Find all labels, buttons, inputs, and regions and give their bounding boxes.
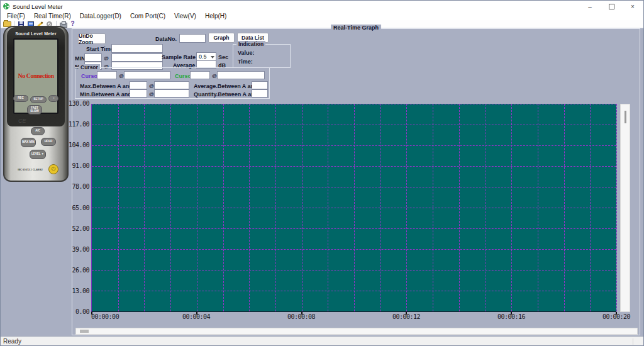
status-text: Ready (3, 338, 21, 345)
panel-title: Real-Time Graph (331, 25, 381, 31)
graph-button[interactable]: Graph (208, 33, 235, 43)
chart-horizontal-gridline (92, 228, 616, 229)
chart-horizontal-gridline (92, 166, 616, 167)
y-axis-tick-label: 13.00 (72, 287, 89, 294)
y-axis-tick-label: 65.00 (72, 204, 89, 211)
cursor-title: Cursor (79, 64, 100, 70)
menu-real-time[interactable]: Real Time(R) (30, 13, 75, 20)
x-axis-tick-label: 00:00:00 (91, 313, 119, 320)
device-setup-button: SETUP (30, 96, 47, 103)
max-between-value-field[interactable] (130, 81, 147, 89)
device-ac-button: A/C (31, 127, 45, 135)
y-axis-tick-label: 78.00 (72, 183, 89, 190)
chart-horizontal-gridline (92, 291, 616, 291)
vertical-scrollbar[interactable] (620, 104, 630, 312)
min-between-at-label: @ (149, 91, 154, 97)
device-rec-button: REC (13, 95, 28, 102)
min-at-label: @ (104, 55, 109, 61)
indication-value-label: Value: (238, 50, 255, 56)
chart-x-axis: 00:00:0000:00:0400:00:0800:00:1200:00:16… (91, 313, 616, 321)
chart-y-axis: 130.00117.00104.0091.0078.0065.0052.0039… (72, 104, 90, 312)
ce-mark: CE (18, 118, 26, 124)
device-backlight-button: ☼ (48, 95, 58, 102)
menu-view[interactable]: View(V) (170, 13, 201, 20)
no-connection-text: No Connection (14, 72, 57, 79)
app-icon (3, 3, 9, 9)
title-bar: Sound Level Meter – × (1, 1, 643, 12)
maximize-button[interactable] (601, 1, 622, 12)
menu-help[interactable]: Help(H) (201, 13, 231, 20)
chart-horizontal-gridline (92, 125, 616, 125)
horizontal-scrollbar-thumb[interactable] (80, 330, 89, 333)
x-axis-tick-label: 00:00:16 (497, 313, 525, 320)
device-power-button: ⏻ (48, 164, 58, 174)
y-axis-tick-label: 91.00 (72, 162, 89, 169)
data-no-label: DataNo. (155, 36, 177, 42)
cursor-b-time-field[interactable] (217, 71, 265, 79)
start-time-field[interactable] (111, 44, 163, 53)
chart-vertical-gridline (616, 104, 617, 311)
sound-level-meter-image: Sound Level Meter No Connection REC SETU… (3, 26, 69, 182)
y-axis-tick-label: 130.00 (69, 100, 89, 107)
y-axis-tick-label: 0.00 (75, 308, 89, 315)
toolbar: ? (1, 20, 643, 28)
chart-horizontal-gridline (92, 249, 616, 250)
vertical-scrollbar-thumb[interactable] (625, 111, 626, 123)
app-window: Sound Level Meter – × File(F) Real Time(… (0, 0, 644, 346)
chart-plot[interactable] (91, 104, 616, 312)
sec-label: Sec (218, 54, 228, 60)
dropdown-arrow-icon (211, 56, 214, 59)
x-axis-tick-label: 00:00:08 (287, 313, 315, 320)
data-no-field[interactable] (179, 34, 206, 43)
qty-between-field[interactable] (252, 89, 268, 98)
real-time-graph-panel: Real-Time Graph UnDo Zoom DataNo. Graph … (72, 28, 640, 335)
undo-zoom-button[interactable]: UnDo Zoom (78, 33, 106, 44)
indication-group: Indication Value: Time: (233, 44, 291, 68)
sample-rate-label: Sample Rate (162, 54, 196, 60)
max-between-at-label: @ (149, 83, 154, 89)
y-axis-tick-label: 104.00 (69, 142, 89, 148)
cursor-b-at-label: @ (212, 73, 217, 79)
min-time-field[interactable] (111, 53, 163, 62)
cursor-b-value-field[interactable] (190, 71, 210, 79)
chart-horizontal-gridline (92, 187, 616, 187)
y-axis-tick-label: 52.00 (72, 225, 89, 232)
device-brand-label: Sound Level Meter (7, 31, 65, 36)
window-title: Sound Level Meter (13, 3, 63, 10)
horizontal-scrollbar[interactable] (75, 328, 638, 335)
minimize-button[interactable]: – (579, 1, 601, 12)
maximize-icon (609, 4, 614, 9)
menu-datalogger[interactable]: DataLogger(D) (75, 13, 126, 20)
help-button[interactable]: ? (68, 20, 77, 28)
min-between-value-field[interactable] (130, 89, 147, 98)
y-axis-tick-label: 117.00 (69, 121, 89, 128)
menu-file[interactable]: File(F) (3, 13, 30, 20)
close-button[interactable]: × (622, 1, 643, 12)
status-separator (633, 338, 633, 345)
cursor-a-at-label: @ (119, 73, 124, 79)
x-axis-tick-label: 00:00:20 (602, 313, 630, 320)
min-between-time-field[interactable] (154, 89, 189, 98)
question-mark-icon: ? (70, 21, 74, 27)
menu-com-port[interactable]: Com Port(C) (126, 13, 170, 20)
cursor-a-time-field[interactable] (124, 71, 170, 79)
max-between-time-field[interactable] (154, 81, 189, 89)
x-axis-tick-label: 00:00:12 (392, 313, 420, 320)
sample-rate-select[interactable]: 0.5 (196, 52, 216, 61)
device-fast-slow-button: FAST SLOW (27, 105, 42, 114)
min-between-label: Min.Between A and B (80, 91, 137, 98)
y-axis-tick-label: 39.00 (72, 246, 89, 253)
x-axis-tick-label: 00:00:04 (182, 313, 210, 320)
device-level-button: LEVEL ▼ (30, 150, 46, 159)
min-value-field[interactable] (84, 53, 102, 62)
device-hold-button: HOLD (41, 138, 56, 146)
status-bar: Ready (1, 337, 643, 345)
indication-time-label: Time: (238, 59, 253, 65)
chart-horizontal-gridline (92, 270, 616, 271)
y-axis-tick-label: 26.00 (72, 267, 89, 274)
device-max-min-button: MAX MIN (21, 138, 36, 147)
chart-horizontal-gridline (92, 104, 616, 104)
start-time-label: Start Time (86, 46, 114, 52)
avg-between-field[interactable] (252, 81, 268, 89)
cursor-a-value-field[interactable] (97, 71, 117, 79)
